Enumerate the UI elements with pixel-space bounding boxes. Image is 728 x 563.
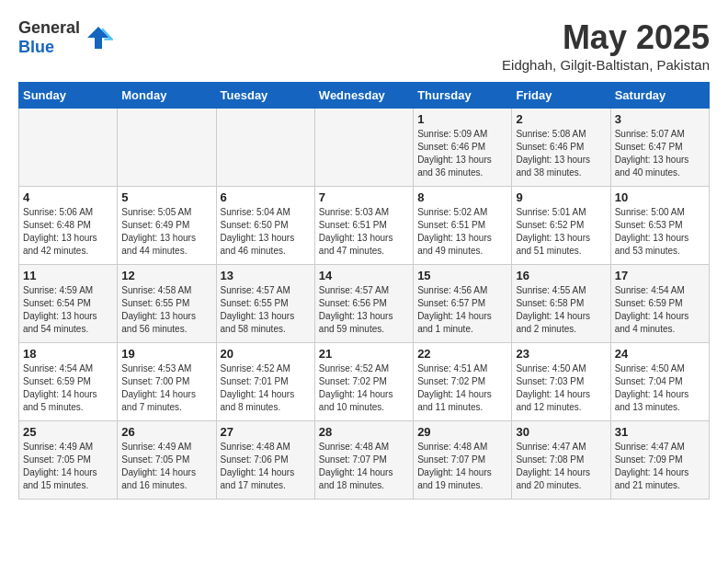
day-detail: Sunrise: 4:57 AM Sunset: 6:56 PM Dayligh… (319, 284, 409, 336)
day-number: 30 (516, 425, 606, 439)
day-detail: Sunrise: 4:48 AM Sunset: 7:07 PM Dayligh… (417, 441, 507, 492)
calendar-cell: 19Sunrise: 4:53 AM Sunset: 7:00 PM Dayli… (118, 343, 216, 421)
calendar-week-row: 4Sunrise: 5:06 AM Sunset: 6:48 PM Daylig… (19, 187, 710, 265)
day-detail: Sunrise: 4:54 AM Sunset: 6:59 PM Dayligh… (615, 284, 705, 336)
day-number: 12 (121, 269, 211, 282)
day-number: 26 (121, 425, 211, 439)
logo-icon (84, 23, 113, 52)
day-detail: Sunrise: 5:03 AM Sunset: 6:51 PM Dayligh… (319, 206, 409, 258)
day-detail: Sunrise: 4:52 AM Sunset: 7:02 PM Dayligh… (319, 362, 409, 414)
day-detail: Sunrise: 4:57 AM Sunset: 6:55 PM Dayligh… (221, 284, 311, 336)
day-detail: Sunrise: 4:51 AM Sunset: 7:02 PM Dayligh… (417, 362, 507, 414)
day-detail: Sunrise: 4:48 AM Sunset: 7:07 PM Dayligh… (319, 441, 409, 492)
calendar-cell (118, 109, 216, 187)
logo: General Blue (18, 18, 113, 57)
day-detail: Sunrise: 4:49 AM Sunset: 7:05 PM Dayligh… (121, 441, 211, 492)
day-detail: Sunrise: 4:55 AM Sunset: 6:58 PM Dayligh… (516, 284, 606, 336)
day-number: 5 (121, 190, 211, 204)
day-number: 24 (615, 347, 705, 361)
day-detail: Sunrise: 4:53 AM Sunset: 7:00 PM Dayligh… (121, 362, 211, 414)
calendar-cell: 20Sunrise: 4:52 AM Sunset: 7:01 PM Dayli… (216, 343, 314, 421)
day-number: 1 (417, 112, 507, 126)
day-number: 29 (417, 425, 507, 439)
day-number: 22 (417, 347, 507, 361)
day-detail: Sunrise: 4:52 AM Sunset: 7:01 PM Dayligh… (221, 362, 311, 414)
day-number: 4 (23, 190, 113, 204)
day-detail: Sunrise: 4:49 AM Sunset: 7:05 PM Dayligh… (23, 441, 113, 492)
calendar-cell: 17Sunrise: 4:54 AM Sunset: 6:59 PM Dayli… (610, 265, 709, 343)
calendar-week-row: 11Sunrise: 4:59 AM Sunset: 6:54 PM Dayli… (19, 265, 710, 343)
day-detail: Sunrise: 5:02 AM Sunset: 6:51 PM Dayligh… (417, 206, 507, 258)
day-detail: Sunrise: 5:00 AM Sunset: 6:53 PM Dayligh… (615, 206, 705, 258)
day-number: 20 (221, 347, 311, 361)
calendar-cell: 1Sunrise: 5:09 AM Sunset: 6:46 PM Daylig… (414, 109, 512, 187)
day-detail: Sunrise: 5:04 AM Sunset: 6:50 PM Dayligh… (221, 206, 311, 258)
calendar-cell: 4Sunrise: 5:06 AM Sunset: 6:48 PM Daylig… (19, 187, 118, 265)
calendar-cell: 27Sunrise: 4:48 AM Sunset: 7:06 PM Dayli… (216, 421, 314, 500)
day-number: 14 (319, 269, 409, 282)
day-detail: Sunrise: 4:47 AM Sunset: 7:08 PM Dayligh… (516, 441, 606, 492)
day-detail: Sunrise: 5:07 AM Sunset: 6:47 PM Dayligh… (615, 128, 705, 179)
calendar-cell: 30Sunrise: 4:47 AM Sunset: 7:08 PM Dayli… (512, 421, 610, 500)
day-number: 7 (319, 190, 409, 204)
day-detail: Sunrise: 4:50 AM Sunset: 7:03 PM Dayligh… (516, 362, 606, 414)
calendar-cell: 12Sunrise: 4:58 AM Sunset: 6:55 PM Dayli… (118, 265, 216, 343)
day-number: 15 (417, 269, 507, 282)
calendar-cell: 8Sunrise: 5:02 AM Sunset: 6:51 PM Daylig… (414, 187, 512, 265)
day-detail: Sunrise: 4:56 AM Sunset: 6:57 PM Dayligh… (417, 284, 507, 336)
day-number: 31 (615, 425, 705, 439)
day-header-wednesday: Wednesday (314, 83, 413, 109)
calendar-week-row: 18Sunrise: 4:54 AM Sunset: 6:59 PM Dayli… (19, 343, 710, 421)
day-number: 16 (516, 269, 606, 282)
day-number: 13 (221, 269, 311, 282)
day-number: 3 (615, 112, 705, 126)
calendar-cell: 11Sunrise: 4:59 AM Sunset: 6:54 PM Dayli… (19, 265, 118, 343)
day-detail: Sunrise: 5:05 AM Sunset: 6:49 PM Dayligh… (121, 206, 211, 258)
day-number: 6 (221, 190, 311, 204)
day-header-sunday: Sunday (19, 83, 118, 109)
calendar-cell: 22Sunrise: 4:51 AM Sunset: 7:02 PM Dayli… (414, 343, 512, 421)
day-number: 11 (23, 269, 113, 282)
day-number: 10 (615, 190, 705, 204)
day-detail: Sunrise: 5:08 AM Sunset: 6:46 PM Dayligh… (516, 128, 606, 179)
day-detail: Sunrise: 4:48 AM Sunset: 7:06 PM Dayligh… (221, 441, 311, 492)
day-header-friday: Friday (512, 83, 610, 109)
day-detail: Sunrise: 4:58 AM Sunset: 6:55 PM Dayligh… (121, 284, 211, 336)
logo-text-general: General (18, 18, 80, 37)
day-number: 2 (516, 112, 606, 126)
calendar-week-row: 1Sunrise: 5:09 AM Sunset: 6:46 PM Daylig… (19, 109, 710, 187)
logo-text-blue: Blue (18, 38, 54, 56)
calendar-cell: 15Sunrise: 4:56 AM Sunset: 6:57 PM Dayli… (414, 265, 512, 343)
day-header-saturday: Saturday (610, 83, 709, 109)
day-detail: Sunrise: 5:09 AM Sunset: 6:46 PM Dayligh… (417, 128, 507, 179)
day-header-monday: Monday (118, 83, 216, 109)
calendar-cell: 24Sunrise: 4:50 AM Sunset: 7:04 PM Dayli… (610, 343, 709, 421)
calendar-week-row: 25Sunrise: 4:49 AM Sunset: 7:05 PM Dayli… (19, 421, 710, 500)
calendar-cell (216, 109, 314, 187)
day-detail: Sunrise: 4:59 AM Sunset: 6:54 PM Dayligh… (23, 284, 113, 336)
calendar-cell (314, 109, 413, 187)
calendar-cell: 29Sunrise: 4:48 AM Sunset: 7:07 PM Dayli… (414, 421, 512, 500)
calendar-cell (19, 109, 118, 187)
calendar-cell: 16Sunrise: 4:55 AM Sunset: 6:58 PM Dayli… (512, 265, 610, 343)
title-area: May 2025 Eidghah, Gilgit-Baltistan, Paki… (502, 18, 710, 73)
day-number: 18 (23, 347, 113, 361)
page-header: General Blue May 2025 Eidghah, Gilgit-Ba… (18, 18, 710, 73)
calendar-cell: 26Sunrise: 4:49 AM Sunset: 7:05 PM Dayli… (118, 421, 216, 500)
calendar-cell: 6Sunrise: 5:04 AM Sunset: 6:50 PM Daylig… (216, 187, 314, 265)
calendar-cell: 14Sunrise: 4:57 AM Sunset: 6:56 PM Dayli… (314, 265, 413, 343)
calendar-cell: 23Sunrise: 4:50 AM Sunset: 7:03 PM Dayli… (512, 343, 610, 421)
day-detail: Sunrise: 5:06 AM Sunset: 6:48 PM Dayligh… (23, 206, 113, 258)
day-detail: Sunrise: 5:01 AM Sunset: 6:52 PM Dayligh… (516, 206, 606, 258)
day-number: 21 (319, 347, 409, 361)
calendar-cell: 25Sunrise: 4:49 AM Sunset: 7:05 PM Dayli… (19, 421, 118, 500)
calendar-cell: 31Sunrise: 4:47 AM Sunset: 7:09 PM Dayli… (610, 421, 709, 500)
calendar-cell: 18Sunrise: 4:54 AM Sunset: 6:59 PM Dayli… (19, 343, 118, 421)
day-number: 27 (221, 425, 311, 439)
days-header-row: SundayMondayTuesdayWednesdayThursdayFrid… (19, 83, 710, 109)
day-number: 28 (319, 425, 409, 439)
day-number: 25 (23, 425, 113, 439)
month-title: May 2025 (502, 18, 710, 57)
calendar-cell: 13Sunrise: 4:57 AM Sunset: 6:55 PM Dayli… (216, 265, 314, 343)
day-header-tuesday: Tuesday (216, 83, 314, 109)
